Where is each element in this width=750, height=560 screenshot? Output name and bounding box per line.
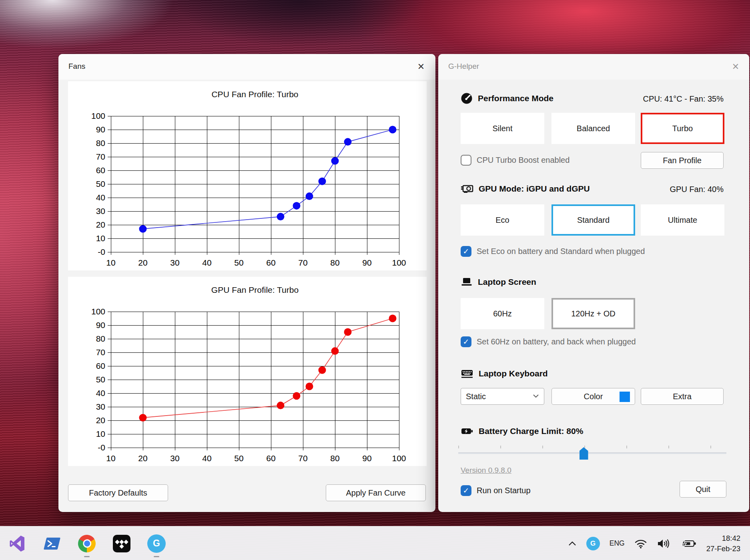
y-tick-label: 10 xyxy=(96,429,105,438)
x-tick-label: 40 xyxy=(202,258,211,267)
60hz-button[interactable]: 60Hz xyxy=(461,298,544,329)
x-tick-label: 90 xyxy=(362,454,371,463)
check-icon: ✓ xyxy=(461,485,471,496)
y-tick-label: 90 xyxy=(96,320,105,330)
wifi-icon[interactable] xyxy=(634,538,647,549)
fan-curve-point[interactable] xyxy=(277,402,285,409)
chart-grid xyxy=(108,312,399,450)
keyboard-color-button[interactable]: Color xyxy=(551,388,635,405)
screen-auto-label: Set 60Hz on battery, and back when plugg… xyxy=(477,337,636,346)
fan-curve-point[interactable] xyxy=(331,157,339,165)
y-tick-label: 30 xyxy=(96,402,105,411)
visual-studio-icon[interactable] xyxy=(8,534,26,553)
fan-curve-point[interactable] xyxy=(319,366,326,374)
keyboard-icon xyxy=(461,368,473,380)
factory-defaults-button[interactable]: Factory Defaults xyxy=(68,484,168,501)
slider-track[interactable] xyxy=(458,452,726,454)
cpu-boost-checkbox[interactable] xyxy=(461,155,471,166)
fan-curve-point[interactable] xyxy=(293,392,301,400)
x-tick-label: 80 xyxy=(330,258,339,267)
fan-curve-point[interactable] xyxy=(306,383,313,390)
ghelper-tray-icon[interactable]: G xyxy=(586,537,600,550)
x-tick-label: 20 xyxy=(138,454,147,463)
fan-curve-point[interactable] xyxy=(344,328,352,336)
fan-curve-line xyxy=(143,130,393,229)
standard-gpu-button[interactable]: Standard xyxy=(551,204,635,236)
silent-mode-button[interactable]: Silent xyxy=(461,113,544,144)
gpu-auto-checkbox[interactable]: ✓ xyxy=(461,246,471,257)
fans-titlebar[interactable]: Fans ✕ xyxy=(58,54,435,80)
y-tick-label: 100 xyxy=(91,111,105,120)
y-tick-label: 40 xyxy=(96,193,105,202)
run-on-startup-checkbox[interactable]: ✓ xyxy=(461,485,471,496)
balanced-mode-button[interactable]: Balanced xyxy=(551,113,635,144)
ultimate-gpu-button[interactable]: Ultimate xyxy=(641,204,724,236)
eco-gpu-button[interactable]: Eco xyxy=(461,204,544,236)
keyboard-backlight-select[interactable]: Static xyxy=(461,388,544,405)
slider-thumb[interactable] xyxy=(580,447,588,460)
version-link[interactable]: Version 0.9.8.0 xyxy=(461,466,511,475)
y-tick-label: 20 xyxy=(96,220,105,229)
chrome-icon[interactable] xyxy=(78,534,96,553)
cpu-fan-chart-svg[interactable]: CPU Fan Profile: Turbo102030405060708090… xyxy=(68,81,427,270)
fan-curve-point[interactable] xyxy=(389,315,397,322)
y-tick-label: 90 xyxy=(96,125,105,134)
keyboard-color-label: Color xyxy=(584,392,603,401)
ghelper-taskbar-icon[interactable]: G xyxy=(147,534,166,553)
y-tick-label: 20 xyxy=(96,416,105,425)
quit-button[interactable]: Quit xyxy=(680,481,726,498)
apply-fan-curve-button[interactable]: Apply Fan Curve xyxy=(326,484,426,501)
fan-curve-point[interactable] xyxy=(277,213,285,220)
gpu-auto-row: ✓ Set Eco on battery and Standard when p… xyxy=(461,246,645,257)
fan-curve-point[interactable] xyxy=(139,225,147,233)
fan-curve-point[interactable] xyxy=(344,138,352,146)
system-tray: G ENG 18:42 27-Feb-23 xyxy=(568,526,740,560)
chevron-up-icon[interactable] xyxy=(568,541,577,546)
keyboard-extra-button[interactable]: Extra xyxy=(641,388,724,405)
taskbar: G G ENG 18:42 27-Feb-23 xyxy=(0,526,750,560)
y-tick-label: 70 xyxy=(96,152,105,161)
fan-curve-point[interactable] xyxy=(331,347,339,355)
fan-curve-point[interactable] xyxy=(319,178,326,185)
chevron-down-icon xyxy=(533,394,539,398)
screen-auto-row: ✓ Set 60Hz on battery, and back when plu… xyxy=(461,336,636,347)
clock[interactable]: 18:42 27-Feb-23 xyxy=(706,533,740,554)
gpu-mode-title: GPU Mode: iGPU and dGPU xyxy=(479,184,590,194)
running-indicator xyxy=(84,556,90,557)
fan-curve-point[interactable] xyxy=(293,202,301,210)
volume-icon[interactable] xyxy=(657,538,670,549)
turbo-mode-button[interactable]: Turbo xyxy=(641,113,724,144)
screen-auto-checkbox[interactable]: ✓ xyxy=(461,336,471,347)
check-icon: ✓ xyxy=(461,246,471,257)
battery-charging-icon[interactable] xyxy=(680,538,697,549)
laptop-screen-title: Laptop Screen xyxy=(478,277,536,287)
color-swatch[interactable] xyxy=(620,392,630,402)
fan-profile-button[interactable]: Fan Profile xyxy=(641,152,724,169)
powershell-icon[interactable] xyxy=(43,534,61,553)
x-tick-label: 40 xyxy=(202,454,211,463)
close-icon[interactable]: ✕ xyxy=(728,60,743,74)
tray-time: 18:42 xyxy=(706,533,740,544)
120hz-od-button[interactable]: 120Hz + OD xyxy=(551,298,635,329)
tidal-icon[interactable] xyxy=(112,534,131,553)
chart-grid xyxy=(108,116,399,255)
ghelper-titlebar[interactable]: G-Helper ✕ xyxy=(438,54,749,80)
laptop-icon xyxy=(461,276,473,288)
tray-date: 27-Feb-23 xyxy=(706,544,740,554)
x-tick-label: 80 xyxy=(330,454,339,463)
y-tick-label: 30 xyxy=(96,206,105,216)
language-indicator[interactable]: ENG xyxy=(610,539,625,548)
x-tick-label: 60 xyxy=(266,454,275,463)
close-icon[interactable]: ✕ xyxy=(414,60,428,74)
fan-curve-point[interactable] xyxy=(389,126,397,134)
fan-curve-point[interactable] xyxy=(139,414,147,422)
battery-limit-title: Battery Charge Limit: 80% xyxy=(479,426,583,436)
desktop: { "icons": { "check": "✓", "close": "✕" … xyxy=(0,0,750,560)
ghelper-logo: G xyxy=(147,534,166,553)
chart-title: GPU Fan Profile: Turbo xyxy=(211,285,299,294)
x-tick-label: 100 xyxy=(392,258,406,267)
x-tick-label: 60 xyxy=(266,258,275,267)
battery-limit-slider[interactable] xyxy=(458,444,722,462)
fan-curve-point[interactable] xyxy=(306,192,313,200)
gpu-fan-chart-svg[interactable]: GPU Fan Profile: Turbo102030405060708090… xyxy=(68,277,427,466)
